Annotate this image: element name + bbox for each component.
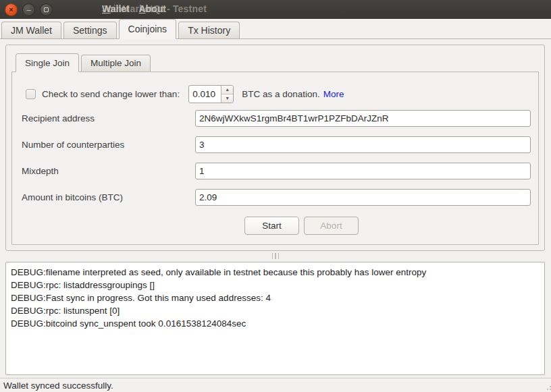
mixdepth-input[interactable] bbox=[195, 163, 531, 179]
debug-log[interactable]: DEBUG:filename interpreted as seed, only… bbox=[5, 262, 545, 375]
field-recipient-address: Recipient address bbox=[12, 110, 538, 127]
spinner-up-icon[interactable]: ▲ bbox=[221, 86, 233, 94]
log-line: DEBUG:filename interpreted as seed, only… bbox=[11, 266, 540, 279]
minimize-icon[interactable]: – bbox=[22, 3, 35, 16]
donation-suffix-label: BTC as a donation. bbox=[242, 89, 320, 99]
splitter-handle[interactable] bbox=[0, 252, 551, 260]
counterparties-label: Number of counterparties bbox=[22, 136, 124, 153]
menu-wallet[interactable]: Wallet bbox=[102, 3, 130, 14]
donation-amount-spinner: ▲ ▼ bbox=[188, 85, 234, 103]
join-subtabbar: Single Join Multiple Join bbox=[11, 53, 539, 72]
amount-btc-input[interactable] bbox=[195, 189, 531, 206]
field-counterparties: Number of counterparties bbox=[12, 136, 538, 153]
titlebar: × – JoinMarketQt - Testnet Wallet About bbox=[0, 0, 551, 19]
recipient-address-label: Recipient address bbox=[22, 110, 95, 127]
log-line: DEBUG:rpc: listunspent [0] bbox=[11, 304, 540, 317]
donation-checkbox-label: Check to send change lower than: bbox=[42, 89, 180, 99]
field-amount-btc: Amount in bitcoins (BTC) bbox=[12, 189, 538, 206]
spinner-down-icon[interactable]: ▼ bbox=[221, 94, 233, 103]
title-area: JoinMarketQt - Testnet Wallet About bbox=[53, 0, 551, 19]
tab-multiple-join[interactable]: Multiple Join bbox=[81, 55, 151, 72]
status-message: Wallet synced successfully. bbox=[3, 381, 113, 391]
more-link[interactable]: More bbox=[323, 89, 344, 99]
tab-single-join[interactable]: Single Join bbox=[16, 53, 79, 72]
coinjoins-pane: Single Join Multiple Join Check to send … bbox=[0, 39, 551, 378]
mixdepth-label: Mixdepth bbox=[22, 163, 59, 179]
counterparties-input[interactable] bbox=[195, 136, 531, 153]
field-mixdepth: Mixdepth bbox=[12, 163, 538, 179]
close-icon[interactable]: × bbox=[5, 3, 18, 16]
statusbar: Wallet synced successfully. bbox=[0, 378, 551, 392]
single-join-panel: Check to send change lower than: ▲ ▼ BTC… bbox=[11, 72, 539, 245]
donation-row: Check to send change lower than: ▲ ▼ BTC… bbox=[12, 84, 538, 104]
log-line: DEBUG:Fast sync in progress. Got this ma… bbox=[11, 291, 540, 304]
menu-about[interactable]: About bbox=[138, 3, 165, 14]
maximize-glyph bbox=[44, 7, 49, 12]
resize-grip-icon[interactable] bbox=[547, 389, 548, 390]
maximize-icon[interactable] bbox=[40, 3, 53, 16]
menubar: Wallet About bbox=[102, 3, 166, 14]
main-tabbar: JM Wallet Settings Coinjoins Tx History bbox=[0, 19, 551, 39]
log-line: DEBUG:rpc: listaddressgroupings [] bbox=[11, 279, 540, 291]
coinjoin-groupbox: Single Join Multiple Join Check to send … bbox=[5, 45, 545, 251]
abort-button[interactable]: Abort bbox=[304, 217, 359, 235]
tab-coinjoins[interactable]: Coinjoins bbox=[119, 19, 177, 39]
tab-tx-history[interactable]: Tx History bbox=[178, 22, 240, 38]
start-button[interactable]: Start bbox=[244, 217, 299, 235]
spinner-buttons: ▲ ▼ bbox=[221, 86, 233, 103]
donation-amount-input[interactable] bbox=[189, 86, 221, 103]
amount-btc-label: Amount in bitcoins (BTC) bbox=[22, 189, 123, 206]
donation-checkbox[interactable] bbox=[26, 89, 36, 99]
tab-jm-wallet[interactable]: JM Wallet bbox=[1, 22, 61, 38]
tab-settings[interactable]: Settings bbox=[63, 22, 117, 38]
recipient-address-input[interactable] bbox=[195, 110, 531, 127]
log-line: DEBUG:bitcoind sync_unspent took 0.01615… bbox=[11, 317, 540, 330]
